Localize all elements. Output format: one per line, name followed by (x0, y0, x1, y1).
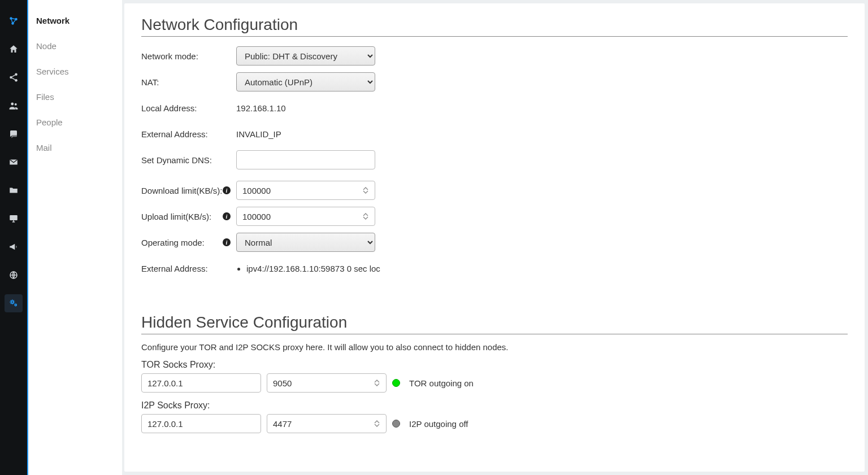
monitor-icon[interactable] (5, 210, 23, 228)
tor-host-input[interactable] (141, 373, 261, 393)
info-icon[interactable]: i (223, 238, 231, 246)
svg-point-13 (15, 304, 16, 306)
tor-status-text: TOR outgoing on (409, 378, 474, 388)
label-download-limit: Download limit(KB/s): (141, 186, 222, 195)
info-icon[interactable]: i (223, 212, 231, 220)
bullhorn-icon[interactable] (5, 238, 23, 256)
network-config-title: Network Configuration (141, 16, 848, 37)
network-mode-select[interactable]: Public: DHT & Discovery (236, 46, 375, 66)
label-upload-limit: Upload limit(KB/s): (141, 212, 211, 221)
info-icon[interactable]: i (223, 186, 231, 194)
sidebar-item-services[interactable]: Services (28, 59, 122, 84)
nat-select[interactable]: Automatic (UPnP) (236, 72, 375, 91)
main-canvas: Network Configuration Network mode: Publ… (122, 0, 868, 475)
hidden-service-description: Configure your TOR and I2P SOCKS proxy h… (141, 342, 848, 352)
sidebar: Network Node Services Files People Mail (27, 0, 122, 475)
external-address-item: ipv4://192.168.1.10:59873 0 sec loc (246, 264, 380, 273)
label-local-address: Local Address: (141, 103, 236, 113)
sidebar-item-people[interactable]: People (28, 110, 122, 135)
hidden-service-title: Hidden Service Configuration (141, 313, 848, 334)
icon-rail (0, 0, 27, 475)
label-external-address: External Address: (141, 129, 236, 139)
svg-point-5 (15, 79, 18, 82)
label-tor-proxy: TOR Socks Proxy: (141, 360, 848, 370)
chat-icon[interactable] (5, 125, 23, 143)
label-external-address-list: External Address: (141, 264, 236, 273)
label-dynamic-dns: Set Dynamic DNS: (141, 155, 236, 165)
i2p-status-indicator (392, 420, 400, 428)
svg-point-4 (10, 76, 12, 79)
external-address-value: INVALID_IP (236, 129, 281, 139)
home-icon[interactable] (5, 40, 23, 58)
svg-point-6 (11, 103, 14, 106)
globe-icon[interactable] (5, 266, 23, 284)
sidebar-item-node[interactable]: Node (28, 33, 122, 59)
download-limit-input[interactable] (236, 181, 375, 200)
svg-point-7 (15, 103, 17, 106)
dynamic-dns-input[interactable] (236, 150, 375, 169)
i2p-status-text: I2P outgoing off (409, 419, 468, 429)
folder-icon[interactable] (5, 181, 23, 199)
people-icon[interactable] (5, 97, 23, 115)
mail-icon[interactable] (5, 153, 23, 171)
settings-icon[interactable] (5, 294, 23, 312)
label-network-mode: Network mode: (141, 51, 236, 61)
tor-status-indicator (392, 379, 400, 387)
label-nat: NAT: (141, 77, 236, 87)
sidebar-item-mail[interactable]: Mail (28, 135, 122, 160)
sidebar-item-network[interactable]: Network (28, 8, 122, 33)
label-operating-mode: Operating mode: (141, 238, 205, 247)
share-icon[interactable] (5, 68, 23, 86)
sidebar-item-files[interactable]: Files (28, 84, 122, 110)
operating-mode-select[interactable]: Normal (236, 233, 375, 252)
upload-limit-input[interactable] (236, 207, 375, 226)
local-address-value: 192.168.1.10 (236, 103, 286, 113)
tor-port-input[interactable] (267, 373, 387, 393)
svg-rect-8 (10, 215, 18, 220)
i2p-host-input[interactable] (141, 414, 261, 433)
svg-point-3 (15, 73, 18, 76)
settings-panel: Network Configuration Network mode: Publ… (124, 3, 865, 472)
label-i2p-proxy: I2P Socks Proxy: (141, 400, 848, 411)
logo-icon[interactable] (5, 12, 23, 30)
svg-point-11 (12, 302, 13, 303)
i2p-port-input[interactable] (267, 414, 387, 433)
